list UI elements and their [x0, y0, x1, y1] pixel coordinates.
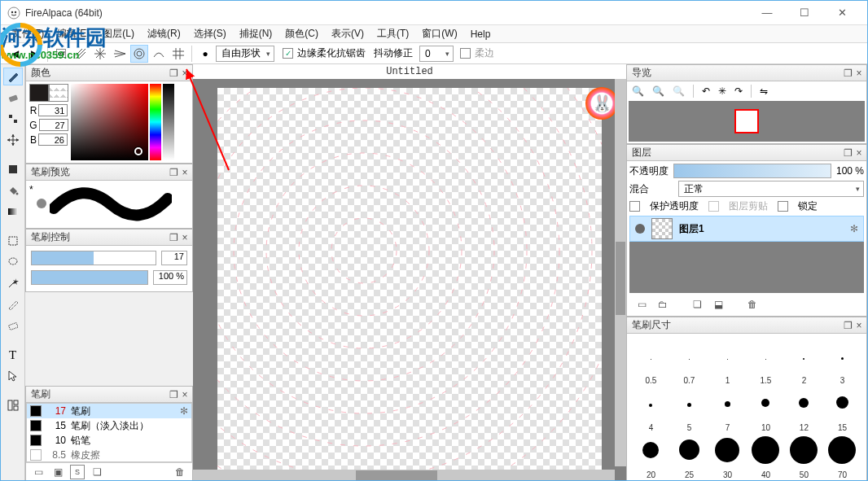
menu-help[interactable]: Help [464, 27, 498, 42]
lock-checkbox[interactable] [778, 201, 788, 212]
panel-dock-icon[interactable]: ❐ [842, 320, 853, 331]
blend-mode-combo[interactable]: 正常 [678, 181, 864, 197]
panel-close-icon[interactable]: × [179, 232, 191, 243]
menu-color[interactable]: 颜色(C) [278, 25, 325, 42]
brush-opacity-value[interactable]: 100 % [153, 270, 187, 285]
clipping-checkbox[interactable] [708, 201, 719, 212]
menu-snap[interactable]: 捕捉(N) [233, 25, 279, 42]
panel-close-icon[interactable]: × [853, 147, 865, 159]
panel-dock-icon[interactable]: ❐ [168, 68, 179, 79]
fill-tool-icon[interactable] [3, 160, 23, 178]
brush-size-dot[interactable] [670, 386, 708, 422]
brush-size-dot[interactable] [708, 339, 747, 374]
brush-list-item[interactable]: 10铅笔 [27, 433, 191, 448]
panel-close-icon[interactable]: × [179, 389, 191, 400]
text-tool-icon[interactable]: T [3, 346, 23, 364]
rotate-reset-icon[interactable]: ✳ [718, 85, 726, 97]
dot-tool-icon[interactable] [3, 110, 23, 128]
protect-alpha-checkbox[interactable] [629, 201, 640, 212]
select-lasso-tool-icon[interactable] [3, 253, 23, 271]
select-rect-tool-icon[interactable] [3, 232, 23, 250]
brush-size-dot[interactable] [785, 386, 823, 422]
script-brush-icon[interactable]: S [70, 465, 85, 479]
brush-list[interactable]: 17笔刷✻ 15笔刷（淡入淡出） 10铅笔 8.5橡皮擦 [26, 403, 192, 462]
canvas[interactable] [217, 88, 602, 472]
layer-name[interactable]: 图层1 [679, 222, 844, 236]
canvas-scrollbar-h[interactable] [193, 470, 615, 481]
color-b-input[interactable] [38, 133, 68, 146]
soft-edge-checkbox[interactable] [460, 48, 471, 59]
panel-dock-icon[interactable]: ❐ [842, 147, 853, 159]
divide-tool-icon[interactable] [3, 396, 23, 414]
brush-size-dot[interactable] [747, 339, 785, 374]
select-pen-tool-icon[interactable] [3, 295, 23, 313]
color-g-input[interactable] [39, 119, 68, 131]
bucket-tool-icon[interactable] [3, 181, 23, 199]
merge-down-icon[interactable]: ⬓ [711, 297, 726, 312]
menu-layer[interactable]: 图层(L) [96, 25, 141, 42]
brush-list-item[interactable]: 17笔刷✻ [27, 404, 191, 418]
brush-size-dot[interactable] [632, 386, 670, 422]
move-tool-icon[interactable] [3, 131, 23, 149]
brush-size-dot[interactable] [823, 339, 861, 374]
panel-close-icon[interactable]: × [179, 68, 191, 79]
color-r-input[interactable] [38, 104, 68, 116]
mascot-icon[interactable]: 🐰 [585, 87, 618, 120]
panel-dock-icon[interactable]: ❐ [168, 167, 179, 178]
menu-tool[interactable]: 工具(T) [370, 25, 415, 42]
gradient-tool-icon[interactable] [3, 203, 23, 221]
magic-wand-tool-icon[interactable] [3, 274, 23, 292]
value-slider[interactable] [163, 84, 174, 160]
close-button[interactable]: ✕ [823, 1, 861, 25]
layer-opacity-slider[interactable] [673, 164, 831, 178]
brush-size-dot[interactable] [632, 339, 670, 374]
snap-circle-icon[interactable] [130, 45, 148, 63]
rotate-cw-icon[interactable]: ↷ [734, 85, 743, 97]
panel-close-icon[interactable]: × [853, 320, 865, 331]
layer-item[interactable]: 图层1 ✻ [629, 216, 864, 242]
brush-size-dot[interactable] [785, 339, 823, 374]
menu-edit[interactable]: 编辑(E) [50, 25, 96, 42]
brush-size-dot[interactable] [632, 433, 670, 469]
panel-close-icon[interactable]: × [179, 167, 191, 178]
snap-vanish-icon[interactable] [111, 45, 129, 63]
new-layer-icon[interactable]: ▭ [634, 297, 649, 312]
maximize-button[interactable]: ☐ [786, 1, 823, 25]
canvas-scrollbar-v[interactable] [615, 79, 626, 466]
shake-correction-combo[interactable]: 0 [419, 46, 454, 62]
pointer-tool-icon[interactable] [3, 367, 23, 385]
brush-size-slider[interactable] [31, 251, 156, 265]
panel-close-icon[interactable]: × [853, 68, 865, 79]
menu-view[interactable]: 表示(V) [325, 25, 370, 42]
add-brush-icon[interactable]: ▭ [31, 465, 46, 479]
snap-cross-icon[interactable] [91, 45, 109, 63]
gear-icon[interactable]: ✻ [850, 223, 858, 234]
select-erase-tool-icon[interactable] [3, 317, 23, 335]
panel-dock-icon[interactable]: ❐ [168, 232, 179, 243]
delete-layer-icon[interactable]: 🗑 [745, 297, 760, 312]
brush-size-dot[interactable] [747, 386, 785, 422]
layer-visibility-icon[interactable] [635, 224, 645, 234]
add-group-icon[interactable]: ▣ [50, 465, 65, 479]
brush-opacity-slider[interactable] [31, 270, 148, 285]
brush-list-item[interactable]: 8.5橡皮擦 [27, 448, 191, 462]
menu-filter[interactable]: 滤镜(R) [141, 25, 187, 42]
zoom-fit-icon[interactable]: 🔍 [673, 85, 685, 97]
brush-size-dot[interactable] [708, 386, 747, 422]
new-folder-icon[interactable]: 🗀 [655, 297, 670, 312]
flip-icon[interactable]: ⇋ [760, 85, 768, 97]
brush-size-dot[interactable] [708, 433, 747, 469]
duplicate-brush-icon[interactable]: ❏ [90, 465, 104, 479]
brush-size-dot[interactable] [823, 433, 861, 469]
background-swatch[interactable] [49, 84, 68, 102]
foreground-swatch[interactable] [29, 84, 49, 102]
brush-size-dot[interactable] [747, 433, 785, 469]
delete-brush-icon[interactable]: 🗑 [173, 465, 187, 479]
panel-dock-icon[interactable]: ❐ [842, 68, 853, 79]
eraser-tool-icon[interactable] [3, 89, 23, 107]
gear-icon[interactable]: ✻ [180, 405, 188, 417]
menu-window[interactable]: 窗口(W) [415, 25, 463, 42]
brush-size-dot[interactable] [670, 339, 708, 374]
duplicate-layer-icon[interactable]: ❏ [690, 297, 704, 312]
snap-parallel-icon[interactable] [72, 45, 90, 63]
